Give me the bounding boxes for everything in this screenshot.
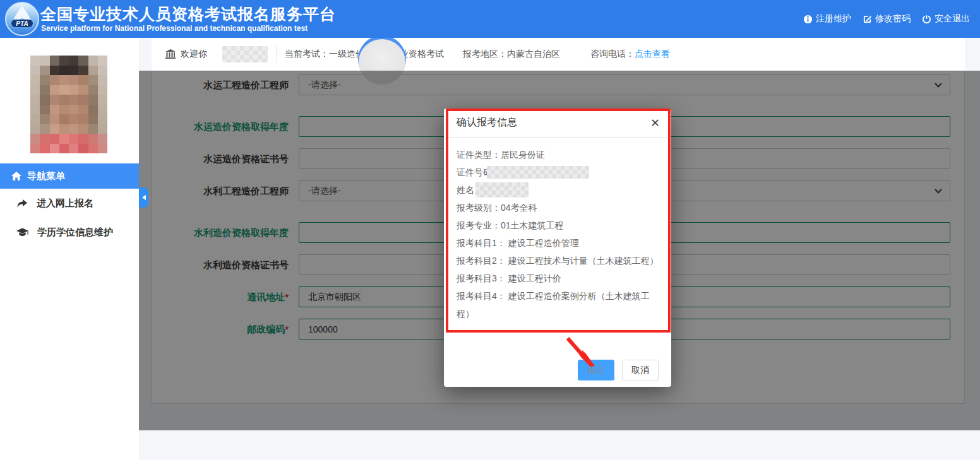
sidebar-item-online-signup[interactable]: 进入网上报名 <box>0 192 139 214</box>
platform-title: 全国专业技术人员资格考试报名服务平台 <box>40 4 336 25</box>
info-line-subject4: 报考科目4： 建设工程造价案例分析（土木建筑工程） <box>457 287 659 322</box>
sidebar-item-education-maintain[interactable]: 学历学位信息维护 <box>0 221 139 243</box>
info-line-cert-number: 证件号码 <box>457 163 659 181</box>
dialog-body: 证件类型：居民身份证 证件号码 姓名 报考级别：04考全科 报考专业：01土木建… <box>444 138 671 322</box>
cancel-button[interactable]: 取消 <box>622 360 659 380</box>
sidebar: 导航菜单 进入网上报名 学历学位信息维护 <box>0 38 139 460</box>
power-icon <box>922 15 931 24</box>
edit-icon <box>863 15 872 24</box>
dialog-header: 确认报考信息 ✕ <box>444 109 671 138</box>
info-line-major: 报考专业：01土木建筑工程 <box>457 216 659 234</box>
phone-label: 咨询电话： <box>590 49 635 60</box>
phone-view-link[interactable]: 点击查看 <box>635 49 670 60</box>
info-line-level: 报考级别：04考全科 <box>457 199 659 216</box>
sidebar-item-education-maintain-label: 学历学位信息维护 <box>37 227 113 239</box>
greeting-label: 欢迎你 <box>181 49 207 60</box>
divider <box>277 46 277 62</box>
info-icon <box>803 15 813 24</box>
welcome-bar: 欢迎你 当前考试：一级造价工程师职业资格考试 报考地区：内蒙古自治区 咨询电话：… <box>152 38 965 71</box>
user-photo <box>30 56 107 153</box>
sidebar-menu-title[interactable]: 导航菜单 <box>0 163 139 189</box>
bank-icon <box>165 49 176 59</box>
collapse-left-icon <box>142 195 146 200</box>
info-line-name: 姓名 <box>457 181 659 199</box>
pta-logo-icon: PTA <box>5 2 39 36</box>
logout-link[interactable]: 安全退出 <box>922 13 970 25</box>
confirm-dialog: 确认报考信息 ✕ 证件类型：居民身份证 证件号码 姓名 报考级别：04考全科 报… <box>444 109 671 387</box>
sidebar-menu-title-label: 导航菜单 <box>27 170 65 182</box>
platform-subtitle: Service platform for National Profession… <box>41 24 308 33</box>
register-maintain-link[interactable]: 注册维护 <box>803 13 851 25</box>
info-line-cert-type: 证件类型：居民身份证 <box>457 146 659 163</box>
app-window: PTA 全国专业技术人员资格考试报名服务平台 Service platform … <box>0 0 980 460</box>
dialog-title: 确认报考信息 <box>457 116 517 129</box>
register-maintain-label: 注册维护 <box>816 13 851 25</box>
dialog-footer: 确定 取消 <box>578 360 659 380</box>
top-header: PTA 全国专业技术人员资格考试报名服务平台 Service platform … <box>0 0 980 38</box>
redacted-username <box>222 46 268 62</box>
sidebar-item-online-signup-label: 进入网上报名 <box>37 198 93 209</box>
logout-label: 安全退出 <box>935 13 970 25</box>
close-icon[interactable]: ✕ <box>650 117 660 129</box>
header-links: 注册维护 修改密码 安全退出 <box>803 0 970 38</box>
svg-text:PTA: PTA <box>16 20 28 27</box>
change-password-link[interactable]: 修改密码 <box>863 13 911 25</box>
page-footer-area <box>139 430 980 460</box>
sidebar-collapse-button[interactable] <box>139 187 148 208</box>
redacted-name <box>475 182 529 198</box>
exam-region-label: 报考地区：内蒙古自治区 <box>463 49 560 60</box>
change-password-label: 修改密码 <box>875 13 911 25</box>
enter-arrow-icon <box>16 199 28 208</box>
info-line-subject1: 报考科目1： 建设工程造价管理 <box>457 234 659 252</box>
home-icon <box>11 172 21 181</box>
info-line-subject2: 报考科目2： 建设工程技术与计量（土木建筑工程） <box>457 252 659 269</box>
confirm-button[interactable]: 确定 <box>578 360 614 380</box>
graduation-cap-icon <box>16 228 28 237</box>
info-line-subject3: 报考科目3： 建设工程计价 <box>457 269 659 287</box>
redacted-cert-number <box>487 166 589 179</box>
